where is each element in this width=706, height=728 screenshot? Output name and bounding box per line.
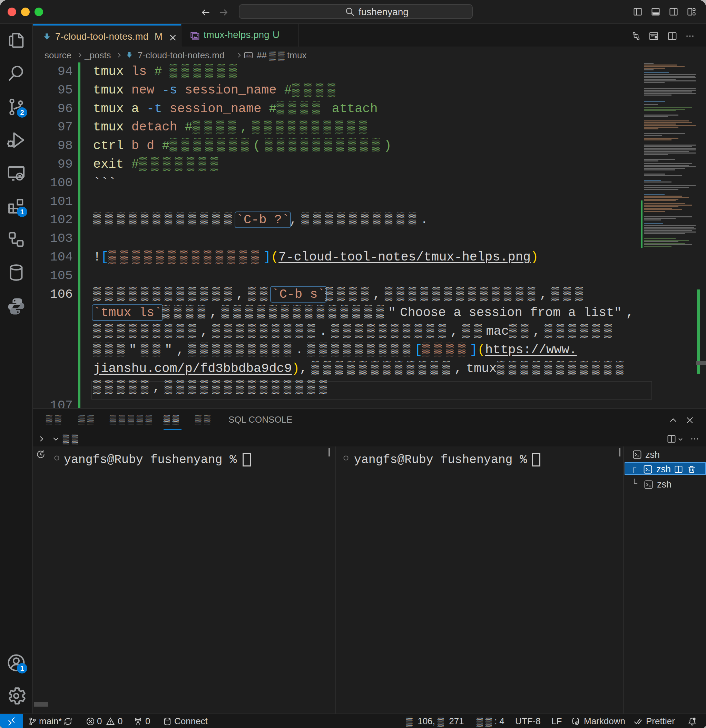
svg-text:abc: abc bbox=[245, 53, 251, 58]
